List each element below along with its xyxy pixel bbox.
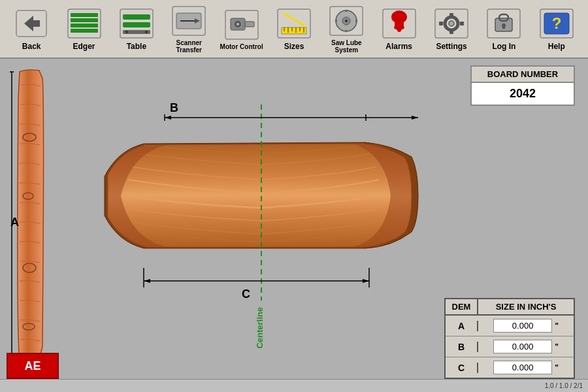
login-label: Log In	[492, 42, 515, 51]
ae-logo: AE	[7, 353, 59, 379]
status-text: 1.0 / 1.0 / 2/1	[545, 382, 583, 389]
scanner-icon	[170, 4, 208, 38]
settings-label: Settings	[436, 42, 466, 51]
svg-text:?: ?	[551, 14, 561, 32]
sizes-label: Sizes	[284, 42, 304, 51]
back-icon	[12, 7, 50, 41]
svg-rect-48	[449, 30, 453, 34]
svg-rect-49	[439, 22, 443, 25]
scanner-label: Scanner Transfer	[163, 39, 214, 54]
board-number-value: 2042	[470, 82, 575, 106]
svg-rect-50	[460, 22, 464, 25]
back-button[interactable]: Back	[6, 7, 57, 51]
centerline-label: Centerline	[255, 307, 265, 349]
dim-c-label: C	[242, 287, 250, 301]
edger-label: Edger	[73, 42, 95, 51]
dim-a-label: A	[10, 216, 19, 229]
svg-point-43	[397, 28, 401, 32]
mt-val-b: 0.000	[493, 340, 552, 353]
sizes-icon	[275, 7, 313, 41]
svg-rect-4	[71, 18, 98, 22]
svg-rect-55	[502, 25, 505, 29]
toolbar: Back Edger	[0, 0, 588, 59]
status-bar: 1.0 / 1.0 / 2/1	[0, 379, 588, 392]
measurement-row-a: A 0.000 "	[446, 316, 574, 336]
edger-button[interactable]: Edger	[59, 7, 110, 51]
table-label: Table	[127, 42, 146, 51]
edger-icon	[65, 7, 103, 41]
back-label: Back	[22, 42, 41, 51]
help-icon: ?	[538, 7, 576, 41]
mt-val-wrap-b: 0.000 "	[478, 338, 574, 355]
scanner-transfer-button[interactable]: Scanner Transfer	[163, 4, 214, 54]
sawlube-label: Saw Lube System	[321, 39, 372, 54]
svg-point-12	[145, 31, 148, 33]
svg-rect-8	[123, 14, 150, 20]
mt-col2-header: SIZE IN INCH'S	[478, 299, 574, 314]
mt-val-a: 0.000	[493, 319, 552, 333]
mt-unit-b: "	[555, 342, 559, 351]
svg-marker-71	[144, 279, 150, 283]
mt-unit-a: "	[555, 321, 559, 331]
svg-rect-9	[123, 22, 150, 27]
mt-header: DEM SIZE IN INCH'S	[446, 299, 574, 316]
svg-point-11	[125, 31, 128, 33]
mt-col1-header: DEM	[446, 299, 478, 314]
svg-rect-23	[282, 27, 306, 34]
alarms-label: Alarms	[385, 42, 412, 51]
svg-rect-19	[245, 22, 254, 27]
motor-control-button[interactable]: Motor Control	[216, 8, 267, 50]
svg-rect-3	[71, 13, 98, 17]
help-label: Help	[548, 42, 565, 51]
mt-val-wrap-c: 0.000 "	[478, 359, 574, 376]
mt-val-c: 0.000	[493, 361, 552, 374]
settings-button[interactable]: Settings	[426, 7, 477, 51]
svg-rect-47	[449, 13, 453, 17]
board-number-box: BOARD NUMBER 2042	[470, 65, 575, 106]
mt-dim-c: C	[446, 363, 478, 373]
mt-val-wrap-a: 0.000 "	[478, 318, 574, 334]
logo-text: AE	[24, 359, 41, 373]
svg-point-46	[449, 21, 454, 26]
dim-b-label: B	[170, 101, 178, 115]
board-number-title: BOARD NUMBER	[470, 65, 575, 82]
svg-marker-69	[165, 116, 171, 120]
sizes-button[interactable]: Sizes	[269, 7, 319, 51]
login-button[interactable]: Log In	[478, 7, 529, 51]
svg-point-34	[345, 20, 348, 22]
sawlube-icon	[327, 4, 365, 38]
svg-point-40	[391, 10, 407, 24]
table-icon	[118, 7, 155, 41]
measurement-row-c: C 0.000 "	[446, 357, 574, 378]
svg-rect-6	[71, 29, 98, 33]
saw-lube-button[interactable]: Saw Lube System	[321, 4, 372, 54]
mt-unit-c: "	[555, 363, 559, 372]
help-button[interactable]: ? Help	[531, 7, 582, 51]
motor-icon	[223, 8, 261, 42]
alarms-button[interactable]: Alarms	[374, 7, 425, 51]
mt-dim-b: B	[446, 342, 478, 352]
svg-marker-78	[412, 116, 418, 120]
svg-marker-72	[363, 279, 369, 283]
settings-icon	[433, 7, 470, 41]
measurements-table: DEM SIZE IN INCH'S A 0.000 " B 0.000 " C…	[444, 298, 575, 379]
svg-point-21	[237, 23, 239, 25]
alarms-icon	[380, 7, 418, 41]
login-icon	[485, 7, 523, 41]
motor-label: Motor Control	[220, 43, 263, 50]
main-area: A	[0, 59, 588, 392]
table-button[interactable]: Table	[111, 7, 162, 51]
svg-rect-5	[71, 24, 98, 27]
measurement-row-b: B 0.000 "	[446, 336, 574, 357]
mt-dim-a: A	[446, 321, 478, 331]
